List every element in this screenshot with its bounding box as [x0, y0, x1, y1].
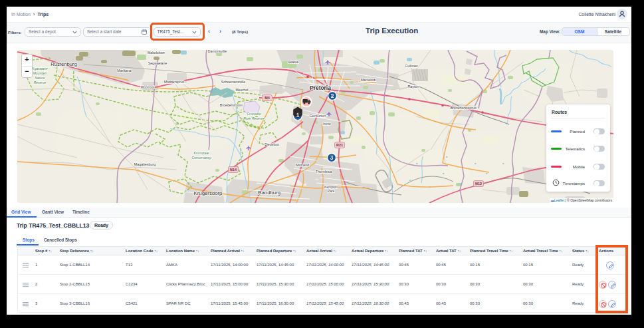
svg-text:Bronkhorstspruit: Bronkhorstspruit: [450, 106, 477, 110]
svg-text:Irene: Irene: [323, 122, 331, 126]
svg-text:Mamelodi: Mamelodi: [361, 78, 376, 82]
svg-text:Meerhof: Meerhof: [235, 88, 249, 92]
svg-text:Krugersdorp: Krugersdorp: [194, 190, 223, 196]
svg-text:Marikana: Marikana: [117, 69, 131, 73]
svg-text:R21: R21: [336, 143, 343, 147]
svg-text:Thembisa: Thembisa: [316, 170, 332, 174]
svg-text:Makolokwe: Makolokwe: [148, 51, 165, 55]
svg-text:Pretoria: Pretoria: [310, 84, 331, 91]
svg-text:N12: N12: [475, 182, 482, 186]
svg-text:Conservancy: Conservancy: [191, 156, 211, 160]
svg-text:Cullinan: Cullinan: [405, 64, 417, 68]
svg-text:Kromdraai: Kromdraai: [193, 151, 209, 155]
svg-text:Park: Park: [328, 189, 335, 193]
svg-text:Centurion: Centurion: [309, 114, 326, 118]
svg-text:Rustenburg: Rustenburg: [51, 61, 76, 67]
svg-text:M4: M4: [265, 96, 270, 100]
svg-text:Nature: Nature: [35, 76, 45, 80]
svg-text:Modderspruit: Modderspruit: [164, 80, 185, 84]
svg-text:Mooinooi: Mooinooi: [140, 85, 154, 89]
svg-text:Reserve: Reserve: [34, 81, 47, 84]
svg-text:Segwaelane: Segwaelane: [148, 61, 167, 65]
svg-text:Akasia: Akasia: [288, 60, 298, 64]
svg-text:Damonsville: Damonsville: [208, 50, 227, 53]
svg-text:Magaliesburg: Magaliesburg: [134, 162, 156, 166]
svg-text:N14: N14: [230, 168, 237, 172]
svg-text:Broederstroom: Broederstroom: [220, 103, 243, 107]
svg-text:Mountain: Mountain: [33, 71, 47, 75]
svg-text:Midrand: Midrand: [296, 163, 309, 167]
svg-text:Randburg: Randburg: [258, 190, 280, 196]
svg-text:Kgaswane: Kgaswane: [32, 67, 48, 71]
svg-text:Schoemansville: Schoemansville: [221, 80, 245, 84]
svg-text:Diepsloot: Diepsloot: [265, 142, 279, 146]
svg-text:Rayton: Rayton: [407, 84, 419, 88]
svg-text:Crocodile: Crocodile: [247, 112, 261, 116]
svg-text:River Reserve: River Reserve: [243, 116, 265, 120]
